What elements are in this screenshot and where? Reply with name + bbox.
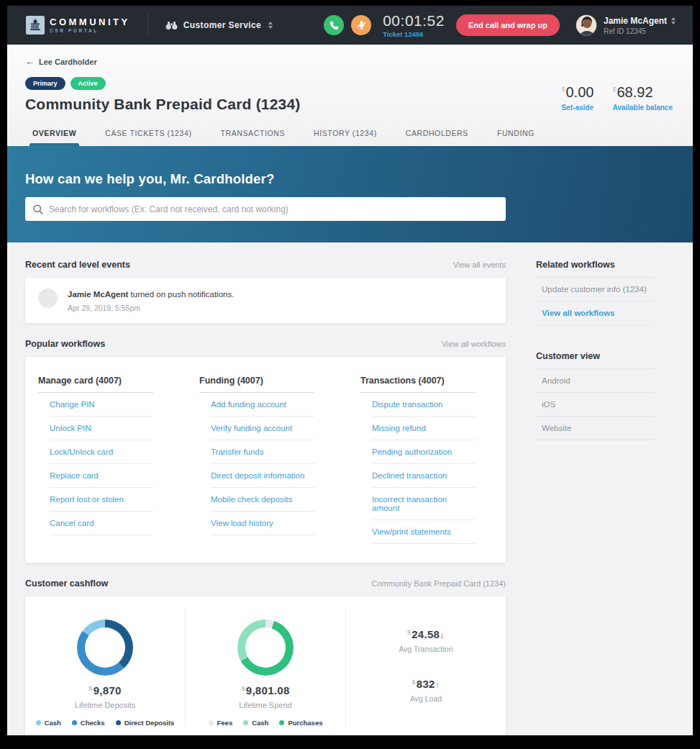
tab-cardholders[interactable]: CARDHOLDERS [406,129,468,146]
sidebar-item-update-customer-info[interactable]: Update customer info (1234) [536,278,655,301]
balance-amount: 0.00 [566,84,594,100]
back-link[interactable]: ← Lee Cardholder [25,56,97,67]
workflow-link-view-load-history[interactable]: View load history [211,512,314,535]
workflow-link-add-funding-account[interactable]: Add funding account [211,393,314,417]
tab-transactions[interactable]: TRANSACTIONS [221,129,285,146]
event-timestamp: Apr 29, 2019, 5:55pm [68,304,234,312]
avg-load-stat: $832↑ Avg Load [346,678,506,703]
topbar-divider [147,14,148,36]
balance-label: Set-aside [561,104,594,112]
legend-dot [279,720,284,725]
app-frame: COMMUNITY CSR PORTAL Customer Service 00… [7,6,693,735]
department-dropdown[interactable]: Customer Service [165,20,273,30]
tab-bar: OVERVIEW CASE TICKETS (1234) TRANSACTION… [25,129,675,146]
tab-overview[interactable]: OVERVIEW [32,129,76,146]
workflow-link-pending-authorization[interactable]: Pending authorization [372,440,476,464]
top-bar: COMMUNITY CSR PORTAL Customer Service 00… [7,6,693,45]
call-timer-block: 00:01:52 Ticket 12456 [383,12,445,38]
page-title: Community Bank Prepaid Card (1234) [25,96,301,113]
agent-menu[interactable]: Jamie McAgent Ref ID 12345 [576,14,676,36]
sidebar-item-website[interactable]: Website [536,417,655,440]
tab-history[interactable]: HISTORY (1234) [314,129,377,146]
workflow-column-title: Transactions (4007) [360,376,476,393]
sort-arrows-icon [268,22,273,29]
main-column: Recent card level events View all events… [25,257,506,735]
workflow-column-transactions: Transactions (4007) Dispute transaction … [360,376,476,544]
workflow-link-mobile-check-deposits[interactable]: Mobile check deposits [211,488,314,512]
back-link-label: Lee Cardholder [39,58,97,66]
workflow-link-incorrect-transaction-amount[interactable]: Incorrect transaction amount [372,488,476,520]
call-active-button[interactable] [324,15,344,35]
spend-total: $9,801.08 [186,684,345,696]
ticket-number[interactable]: Ticket 12456 [383,30,445,38]
search-icon [33,204,43,214]
deposits-caption: Lifetime Deposits [25,701,185,709]
workflow-link-report-lost-stolen[interactable]: Report lost or stolen [50,488,153,512]
spend-donut-chart [237,619,294,676]
workflow-link-view-print-statements[interactable]: View/print statements [372,520,476,544]
right-sidebar: Related workflows Update customer info (… [536,257,655,735]
cashflow-stats-section: $24.58↓ Avg Transaction $832↑ Avg Load [346,607,506,727]
workflow-link-change-pin[interactable]: Change PIN [50,393,153,417]
phone-icon [329,21,339,30]
workflow-link-unlock-pin[interactable]: Unlock PIN [50,417,153,440]
workflow-column-title: Manage card (4007) [38,376,153,393]
related-workflows-heading: Related workflows [536,260,655,278]
event-avatar [38,289,58,308]
workflow-link-declined-transaction[interactable]: Declined transaction [372,464,476,488]
tab-case-tickets[interactable]: CASE TICKETS (1234) [105,129,191,146]
customer-view-heading: Customer view [536,351,655,369]
workflow-column-manage-card: Manage card (4007) Change PIN Unlock PIN… [38,376,153,544]
legend-dot [116,720,121,725]
trend-up-icon: ↑ [435,679,440,690]
capitol-building-icon [26,16,45,35]
workflow-link-cancel-card[interactable]: Cancel card [50,512,153,535]
sidebar-view-all-workflows-link[interactable]: View all workflows [536,301,655,325]
workflow-search-input[interactable] [49,204,498,214]
lifetime-spend-section: $9,801.08 Lifetime Spend Fees Cash Purch… [186,607,346,727]
workflow-column-funding: Funding (4007) Add funding account Verif… [199,376,314,544]
legend-dot [243,720,248,725]
workflow-search-box[interactable] [25,197,506,221]
binoculars-icon [165,21,178,30]
event-actor: Jamie McAgent [68,290,128,299]
workflow-link-dispute-transaction[interactable]: Dispute transaction [372,393,476,417]
deposits-donut-chart [77,619,133,676]
primary-badge: Primary [25,77,65,90]
spend-caption: Lifetime Spend [186,701,345,709]
sidebar-item-android[interactable]: Android [536,369,655,393]
workflow-link-lock-unlock-card[interactable]: Lock/Unlock card [50,440,153,464]
legend-dot [36,720,41,725]
back-arrow-icon: ← [25,56,35,67]
available-balance: $68.92 Available balance [612,84,673,112]
brand-subtitle: CSR PORTAL [50,28,130,33]
workflows-section-title: Popular workflows [25,339,105,349]
event-card: Jamie McAgent turned on push notificatio… [25,278,506,323]
view-all-workflows-link[interactable]: View all workflows [442,340,506,348]
end-call-button[interactable]: End call and wrap up [456,14,560,36]
workflow-link-replace-card[interactable]: Replace card [50,464,153,488]
brand-logo[interactable]: COMMUNITY CSR PORTAL [26,16,130,35]
view-all-events-link[interactable]: View all events [453,260,506,269]
workflow-link-verify-funding-account[interactable]: Verify funding account [211,417,314,440]
trend-down-icon: ↓ [440,630,445,640]
lifetime-deposits-section: $9,870 Lifetime Deposits Cash Checks Dir… [25,607,186,727]
department-dropdown-label: Customer Service [183,20,261,30]
help-hero: How can we help you, Mr. Cardholder? [7,146,693,242]
workflow-link-transfer-funds[interactable]: Transfer funds [211,440,314,464]
workflows-card: Manage card (4007) Change PIN Unlock PIN… [25,357,506,563]
agent-avatar [576,14,597,36]
workflow-link-missing-refund[interactable]: Missing refund [372,417,476,440]
deposits-legend: Cash Checks Direct Deposits [25,719,185,727]
currency-symbol: $ [561,86,565,93]
mute-button[interactable] [351,15,371,35]
workflow-link-direct-deposit-info[interactable]: Direct deposit information [211,464,314,488]
tab-funding[interactable]: FUNDING [497,129,535,146]
agent-name: Jamie McAgent [604,16,676,26]
sidebar-item-ios[interactable]: iOS [536,393,655,417]
deposits-total: $9,870 [25,684,185,696]
page-header: ← Lee Cardholder Primary Active Communit… [7,45,693,146]
active-badge: Active [71,77,106,90]
agent-ref-id: Ref ID 12345 [604,27,676,35]
cashflow-section-title: Customer cashflow [25,578,108,589]
